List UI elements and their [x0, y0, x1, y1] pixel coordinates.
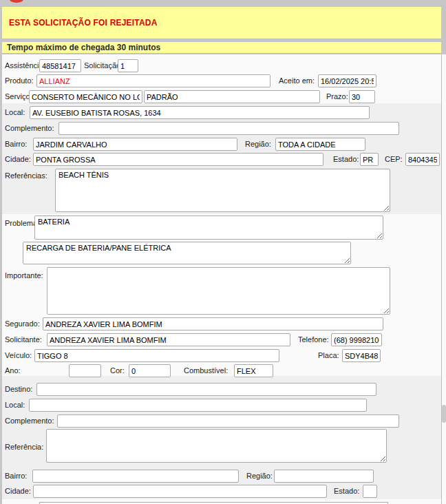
combustivel-input[interactable] — [234, 364, 273, 377]
complemento-input[interactable] — [59, 122, 399, 135]
produto-label: Produto: — [5, 74, 34, 87]
regiao-label: Região: — [245, 138, 271, 151]
destino-estado-label: Estado: — [334, 485, 359, 498]
destino-complemento-input[interactable] — [57, 414, 399, 428]
arrival-time-banner: Tempo máximo de chegada 30 minutos — [2, 42, 441, 54]
servico-label: Serviço: — [5, 90, 32, 103]
solicitante-input[interactable] — [47, 333, 290, 346]
ano-label: Ano: — [5, 364, 21, 377]
referencias-label: Referências: — [5, 169, 47, 182]
servico-input[interactable] — [29, 90, 142, 103]
destino-referencia-textarea[interactable] — [46, 429, 387, 463]
cor-input[interactable] — [129, 364, 171, 377]
estado-input[interactable] — [360, 153, 379, 166]
window-top-bar — [0, 0, 446, 7]
destino-bairro-input[interactable] — [32, 470, 239, 483]
cep-input[interactable] — [405, 153, 440, 166]
destino-referencia-label: Referência: — [5, 441, 43, 454]
produto-input[interactable] — [36, 74, 270, 87]
solicitacao-label: Solicitação: — [84, 59, 123, 72]
importante-textarea[interactable] — [47, 267, 390, 315]
scrollbar-thumb[interactable] — [442, 405, 446, 423]
complemento-label: Complemento: — [5, 122, 54, 135]
telefone-label: Telefone: — [298, 333, 329, 346]
ano-input[interactable] — [69, 364, 101, 377]
telefone-input[interactable] — [331, 333, 382, 346]
prazo-label: Prazo: — [326, 90, 348, 103]
bairro-label: Bairro: — [5, 138, 27, 151]
cidade-input[interactable] — [33, 153, 323, 166]
regiao-input[interactable] — [275, 138, 365, 151]
destino-regiao-label: Região: — [246, 470, 273, 483]
destino-regiao-input[interactable] — [274, 470, 374, 483]
red-logo-fragment-icon — [10, 0, 23, 3]
servico-tipo-input[interactable] — [144, 90, 320, 103]
prazo-input[interactable] — [349, 90, 375, 103]
rejected-banner-text: ESTA SOLICITAÇÃO FOI REJEITADA — [9, 18, 158, 28]
rejected-banner: ESTA SOLICITAÇÃO FOI REJEITADA — [2, 7, 441, 39]
destino-estado-input[interactable] — [363, 485, 377, 498]
segurado-label: Segurado: — [5, 317, 40, 330]
aceito-em-label: Aceito em: — [279, 74, 315, 87]
destino-local-input[interactable] — [29, 399, 367, 412]
destino-complemento-label: Complemento: — [5, 414, 54, 428]
problema-detalhe-textarea[interactable]: RECARGA DE BATERIA/PANE ELÉTRICA — [23, 242, 351, 264]
estado-label: Estado: — [333, 153, 359, 166]
aceito-em-input[interactable] — [318, 74, 376, 87]
destino-local-label: Local: — [5, 399, 25, 412]
referencias-textarea[interactable]: BEACH TÊNIS — [55, 169, 390, 212]
cor-label: Cor: — [110, 364, 125, 377]
local-input[interactable] — [30, 106, 370, 119]
combustivel-label: Combustível: — [184, 364, 228, 377]
destino-input[interactable] — [36, 383, 376, 396]
cep-label: CEP: — [385, 153, 403, 166]
segurado-input[interactable] — [43, 317, 383, 330]
veiculo-label: Veículo: — [5, 349, 32, 362]
problema-textarea[interactable]: BATERIA — [34, 216, 383, 240]
destino-cidade-label: Cidade: — [5, 485, 31, 498]
veiculo-input[interactable] — [34, 349, 279, 362]
solicitante-label: Solicitante: — [5, 333, 42, 346]
placa-label: Placa: — [318, 349, 339, 362]
service-request-window: ESTA SOLICITAÇÃO FOI REJEITADA Tempo máx… — [0, 0, 446, 504]
scrollbar-track[interactable] — [441, 54, 446, 504]
placa-input[interactable] — [342, 349, 381, 362]
arrival-time-text: Tempo máximo de chegada 30 minutos — [7, 43, 160, 52]
local-label: Local: — [5, 106, 25, 119]
importante-label: Importante: — [5, 269, 43, 282]
destino-cidade-input[interactable] — [33, 485, 327, 498]
destino-bairro-label: Bairro: — [5, 470, 27, 483]
destino-label: Destino: — [5, 383, 32, 396]
assistencia-input[interactable] — [39, 59, 81, 72]
bairro-input[interactable] — [33, 138, 237, 151]
solicitacao-input[interactable] — [118, 59, 138, 72]
cidade-label: Cidade: — [5, 153, 31, 166]
